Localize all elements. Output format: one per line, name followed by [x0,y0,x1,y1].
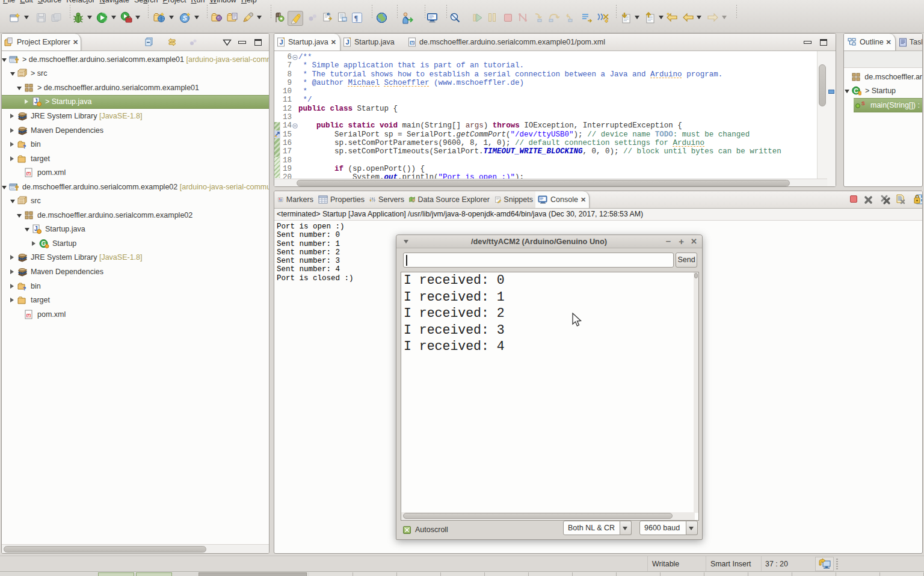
svg-text:?: ? [23,286,26,291]
svg-text:M: M [411,41,414,45]
svg-text:¶: ¶ [354,14,358,22]
svg-text:M: M [27,313,30,317]
svg-text:C: C [854,87,858,94]
svg-text:S: S [861,100,865,106]
svg-text:M: M [27,172,30,176]
svg-text:J: J [280,38,283,46]
svg-text:S: S [183,14,188,22]
svg-text:?: ? [23,144,26,149]
svg-text:J: J [346,38,350,46]
